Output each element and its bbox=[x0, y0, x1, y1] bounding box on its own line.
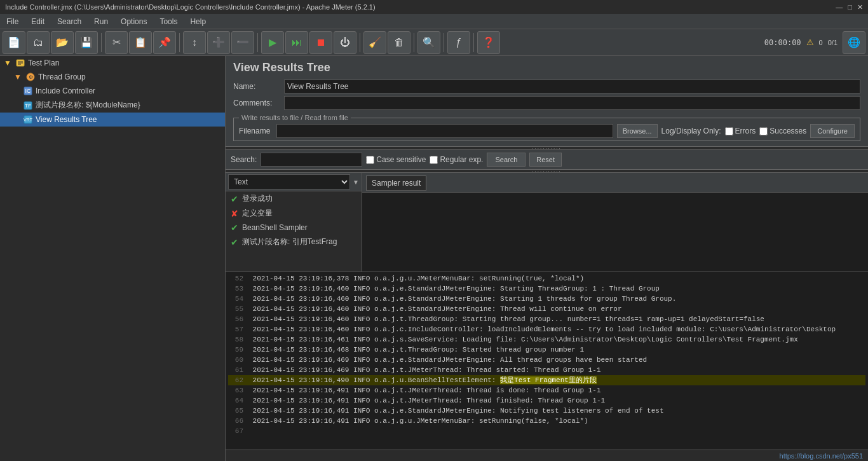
svg-text:VRT: VRT bbox=[24, 118, 32, 122]
name-input[interactable] bbox=[284, 79, 860, 93]
threadgroup-icon: ⚙ bbox=[25, 72, 36, 82]
menu-run[interactable]: Run bbox=[88, 16, 114, 27]
log-line-61: 61 2021-04-15 23:19:16,469 INFO o.a.j.t.… bbox=[228, 365, 865, 375]
testplan-label: Test Plan bbox=[28, 58, 59, 67]
dropdown-arrow[interactable]: ▼ bbox=[353, 179, 359, 186]
result-label-3: BeanShell Sampler bbox=[242, 223, 308, 232]
result-item-3[interactable]: ✔ BeanShell Sampler bbox=[226, 221, 362, 235]
regular-exp-checkbox[interactable] bbox=[430, 156, 438, 164]
new-button[interactable]: 📄 bbox=[3, 31, 25, 54]
templates-button[interactable]: 🗂 bbox=[27, 31, 50, 54]
elapsed-time: 00:00:00 bbox=[764, 38, 801, 47]
minimize-button[interactable]: — bbox=[836, 3, 843, 11]
includecontroller-icon: IC bbox=[23, 86, 33, 96]
filename-input[interactable] bbox=[276, 124, 613, 138]
name-label: Name: bbox=[233, 82, 284, 91]
tree-item-threadgroup[interactable]: ▼ ⚙ Thread Group bbox=[0, 70, 225, 84]
paste-button[interactable]: 📌 bbox=[153, 31, 176, 54]
threadgroup-toggle-icon: ▼ bbox=[13, 72, 23, 82]
format-dropdown[interactable]: Text RegExp CSS/JQuery XPath bbox=[228, 174, 350, 189]
menu-tools[interactable]: Tools bbox=[153, 16, 184, 27]
copy-button[interactable]: 📋 bbox=[129, 31, 152, 54]
log-line-53: 53 2021-04-15 23:19:16,460 INFO o.a.j.e.… bbox=[228, 284, 865, 294]
configure-button[interactable]: Configure bbox=[810, 124, 855, 138]
start-button[interactable]: ▶ bbox=[261, 31, 284, 54]
menu-file[interactable]: File bbox=[0, 16, 25, 27]
close-button[interactable]: ✕ bbox=[857, 3, 863, 11]
log-area[interactable]: 52 2021-04-15 23:19:16,378 INFO o.a.j.g.… bbox=[226, 272, 868, 450]
case-sensitive-checkbox[interactable] bbox=[366, 156, 374, 164]
clear-all-button[interactable]: 🗑 bbox=[388, 31, 410, 54]
result-label-1: 登录成功 bbox=[242, 193, 273, 204]
menu-edit[interactable]: Edit bbox=[25, 16, 51, 27]
regular-exp-label[interactable]: Regular exp. bbox=[430, 155, 483, 164]
tree-item-fragment[interactable]: TF 测试片段名称: ${ModuleName} bbox=[0, 98, 225, 113]
comments-input[interactable] bbox=[284, 96, 860, 110]
tree-item-vrt[interactable]: VRT View Results Tree bbox=[0, 113, 225, 127]
shutdown-button[interactable]: ⏻ bbox=[334, 31, 356, 54]
log-line-55: 55 2021-04-15 23:19:16,460 INFO o.a.j.e.… bbox=[228, 304, 865, 314]
expand-button[interactable]: ↕ bbox=[183, 31, 206, 54]
cut-button[interactable]: ✂ bbox=[105, 31, 128, 54]
maximize-button[interactable]: □ bbox=[848, 3, 852, 11]
successes-checkbox-label[interactable]: Successes bbox=[759, 127, 806, 135]
fragment-icon: TF bbox=[23, 100, 33, 111]
vrt-header: View Results Tree Name: Comments: Write … bbox=[226, 56, 868, 146]
case-sensitive-label[interactable]: Case sensitive bbox=[366, 155, 426, 164]
search-input[interactable] bbox=[261, 153, 362, 167]
status-icon-4: ✔ bbox=[231, 237, 238, 247]
result-item-1[interactable]: ✔ 登录成功 bbox=[226, 191, 362, 206]
errors-checkbox-label[interactable]: Errors bbox=[725, 127, 756, 135]
search-button[interactable]: Search bbox=[487, 153, 526, 167]
log-line-64: 64 2021-04-15 23:19:16,491 INFO o.a.j.t.… bbox=[228, 396, 865, 406]
log-line-62: 62 2021-04-15 23:19:16,490 INFO o.a.j.u.… bbox=[228, 375, 865, 385]
log-line-59: 59 2021-04-15 23:19:16,468 INFO o.a.j.t.… bbox=[228, 345, 865, 355]
sampler-tab-label: Sampler result bbox=[372, 179, 421, 188]
tree-item-includecontroller[interactable]: IC Include Controller bbox=[0, 84, 225, 98]
sampler-tabs: Sampler result bbox=[362, 173, 868, 193]
testplan-icon bbox=[15, 58, 25, 68]
vrt-label: View Results Tree bbox=[36, 115, 97, 124]
separator-5 bbox=[414, 33, 414, 52]
remote-button[interactable]: 🌐 bbox=[843, 31, 865, 54]
reset-button[interactable]: Reset bbox=[529, 153, 562, 167]
log-line-66: 66 2021-04-15 23:19:16,491 INFO o.a.j.g.… bbox=[228, 416, 865, 426]
add-button[interactable]: ➕ bbox=[207, 31, 230, 54]
sampler-result-tab[interactable]: Sampler result bbox=[366, 175, 426, 191]
toolbar-right: 00:00:00 ⚠ 0 0/1 🌐 bbox=[764, 31, 865, 54]
menu-help[interactable]: Help bbox=[184, 16, 212, 27]
warning-count: 0 bbox=[819, 39, 823, 46]
start-no-pause-button[interactable]: ⏭ bbox=[285, 31, 308, 54]
separator-2 bbox=[179, 33, 180, 52]
log-line-57: 57 2021-04-15 23:19:16,460 INFO o.a.j.c.… bbox=[228, 324, 865, 334]
search-label: Search: bbox=[231, 155, 257, 164]
search-button[interactable]: 🔍 bbox=[417, 31, 440, 54]
results-list: Text RegExp CSS/JQuery XPath ▼ ✔ 登录成功 ✘ … bbox=[226, 173, 362, 272]
successes-checkbox[interactable] bbox=[759, 127, 768, 135]
close-button[interactable]: 💾 bbox=[75, 31, 98, 54]
open-button[interactable]: 📂 bbox=[51, 31, 74, 54]
status-bar: https://blog.csdn.net/px551 bbox=[226, 450, 868, 461]
results-area: Text RegExp CSS/JQuery XPath ▼ ✔ 登录成功 ✘ … bbox=[226, 173, 868, 272]
browse-button[interactable]: Browse... bbox=[617, 124, 658, 138]
function-helper-button[interactable]: ƒ bbox=[447, 31, 470, 54]
result-item-2[interactable]: ✘ 定义变量 bbox=[226, 206, 362, 221]
name-row: Name: bbox=[233, 79, 860, 93]
clear-button[interactable]: 🧹 bbox=[363, 31, 386, 54]
status-icon-1: ✔ bbox=[231, 194, 238, 204]
help-button[interactable]: ❓ bbox=[477, 31, 500, 54]
results-list-header: Text RegExp CSS/JQuery XPath ▼ bbox=[226, 173, 362, 191]
remove-button[interactable]: ➖ bbox=[231, 31, 254, 54]
sampler-content[interactable] bbox=[362, 193, 868, 272]
footer-url: https://blog.csdn.net/px551 bbox=[780, 452, 863, 460]
log-line-65: 65 2021-04-15 23:19:16,491 INFO o.a.j.e.… bbox=[228, 406, 865, 416]
menu-options[interactable]: Options bbox=[114, 16, 153, 27]
window-controls: — □ ✕ bbox=[836, 3, 863, 11]
stop-button[interactable]: ⏹ bbox=[309, 31, 332, 54]
log-line-prev: 52 2021-04-15 23:19:16,378 INFO o.a.j.g.… bbox=[228, 273, 865, 284]
result-item-4[interactable]: ✔ 测试片段名称: 引用TestFrag bbox=[226, 235, 362, 249]
separator-3 bbox=[257, 33, 258, 52]
menu-search[interactable]: Search bbox=[51, 16, 88, 27]
errors-checkbox[interactable] bbox=[725, 127, 733, 135]
tree-item-testplan[interactable]: ▼ Test Plan bbox=[0, 56, 225, 70]
